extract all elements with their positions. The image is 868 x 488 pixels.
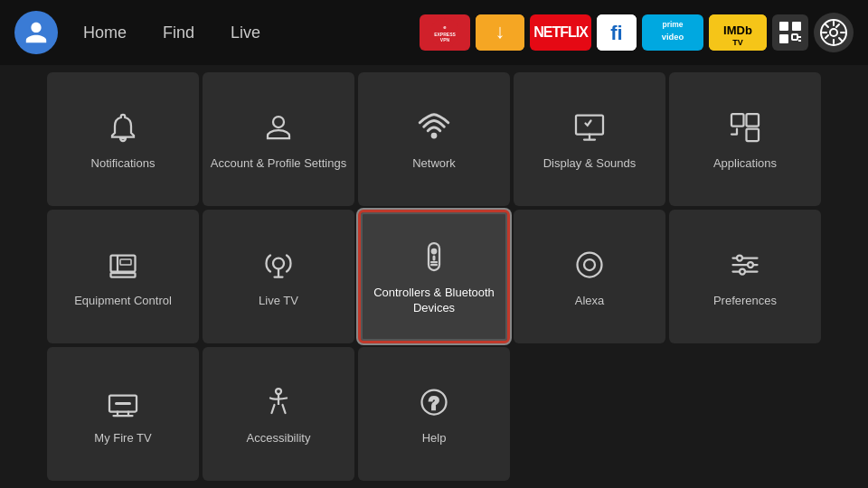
grid-item-network[interactable]: Network [358, 72, 510, 206]
svg-text:fi: fi [610, 22, 622, 44]
antenna-icon [259, 245, 298, 285]
app-icon-imdb[interactable]: IMDb TV [709, 14, 767, 51]
apps-icon [725, 108, 765, 147]
nav-home[interactable]: Home [76, 20, 134, 46]
grid-item-live-tv[interactable]: Live TV [203, 210, 354, 343]
app-icon-expressvpn[interactable]: e EXPRESS VPN [420, 14, 470, 51]
grid-item-accessibility[interactable]: Accessibility [203, 347, 354, 481]
grid-item-controllers-bluetooth[interactable]: Controllers & Bluetooth Devices [358, 210, 510, 343]
help-label: Help [422, 431, 447, 446]
alexa-label: Alexa [575, 294, 605, 309]
remote-icon [414, 237, 454, 277]
svg-text:VPN: VPN [440, 37, 450, 42]
svg-point-45 [740, 268, 745, 274]
preferences-label: Preferences [713, 294, 777, 309]
firetv-icon [103, 382, 143, 422]
app-icon-settings[interactable] [814, 13, 854, 52]
settings-grid: Notifications Account & Profile Settings… [0, 65, 868, 488]
help-icon: ? [414, 382, 454, 422]
nav-live[interactable]: Live [223, 20, 268, 46]
wifi-icon [414, 108, 454, 147]
svg-text:IMDb: IMDb [723, 23, 752, 37]
svg-rect-31 [120, 259, 131, 265]
svg-point-39 [584, 259, 595, 270]
svg-rect-29 [111, 273, 136, 277]
svg-point-38 [578, 252, 602, 277]
svg-text:TV: TV [732, 38, 743, 47]
svg-point-23 [432, 133, 437, 137]
svg-point-51 [276, 389, 281, 394]
app-icon-downloader[interactable]: ↓ [476, 14, 524, 51]
accessibility-label: Accessibility [247, 431, 311, 446]
top-navigation: Home Find Live e EXPRESS VPN ↓ NETFLIX [0, 0, 868, 65]
app-icons-bar: e EXPRESS VPN ↓ NETFLIX fi prime [420, 13, 854, 52]
grid-item-preferences[interactable]: Preferences [669, 210, 821, 343]
live-tv-label: Live TV [259, 294, 298, 309]
svg-point-44 [748, 262, 753, 267]
avatar[interactable] [14, 11, 58, 54]
grid-item-equipment-control[interactable]: Equipment Control [47, 210, 199, 343]
svg-rect-16 [779, 34, 788, 43]
grid-item-empty-2 [669, 347, 821, 481]
grid-item-empty-1 [514, 347, 665, 481]
app-icon-primevideo[interactable]: prime video [642, 14, 703, 51]
grid-item-notifications[interactable]: Notifications [47, 72, 199, 206]
svg-text:?: ? [429, 392, 439, 412]
accessibility-icon [259, 382, 298, 422]
svg-rect-14 [779, 22, 788, 31]
svg-text:video: video [662, 32, 684, 42]
grid-item-account[interactable]: Account & Profile Settings [203, 72, 354, 206]
grid-item-help[interactable]: ? Help [358, 347, 510, 481]
svg-text:↓: ↓ [495, 20, 505, 42]
svg-rect-17 [792, 34, 797, 40]
grid-item-applications[interactable]: Applications [669, 72, 821, 206]
nav-links: Home Find Live [76, 20, 268, 46]
network-label: Network [412, 156, 456, 172]
account-label: Account & Profile Settings [211, 156, 346, 172]
equipment-control-label: Equipment Control [74, 294, 172, 309]
person-icon [259, 108, 298, 147]
nav-find[interactable]: Find [156, 20, 202, 46]
app-icon-grid[interactable] [772, 14, 808, 51]
app-icon-fi[interactable]: fi [597, 14, 637, 51]
svg-text:prime: prime [662, 20, 683, 29]
display-icon [570, 108, 609, 147]
equipment-icon [103, 245, 143, 285]
sliders-icon [725, 245, 765, 285]
grid-item-display-sounds[interactable]: Display & Sounds [514, 72, 665, 206]
svg-rect-25 [731, 114, 744, 127]
controllers-bluetooth-label: Controllers & Bluetooth Devices [368, 286, 500, 316]
alexa-icon [570, 245, 609, 285]
display-sounds-label: Display & Sounds [543, 156, 637, 172]
applications-label: Applications [713, 156, 777, 172]
svg-rect-26 [747, 114, 760, 127]
grid-item-my-fire-tv[interactable]: My Fire TV [47, 347, 199, 481]
svg-point-20 [830, 29, 837, 36]
svg-point-34 [432, 249, 437, 254]
svg-point-32 [273, 258, 284, 268]
svg-rect-24 [576, 115, 603, 134]
svg-point-22 [273, 117, 284, 127]
svg-rect-15 [792, 22, 801, 31]
notifications-label: Notifications [91, 156, 156, 172]
grid-item-alexa[interactable]: Alexa [514, 210, 665, 343]
app-icon-netflix[interactable]: NETFLIX [530, 14, 591, 51]
bell-icon [103, 108, 143, 147]
svg-rect-27 [747, 128, 760, 141]
my-fire-tv-label: My Fire TV [94, 431, 151, 446]
svg-point-43 [737, 255, 742, 260]
